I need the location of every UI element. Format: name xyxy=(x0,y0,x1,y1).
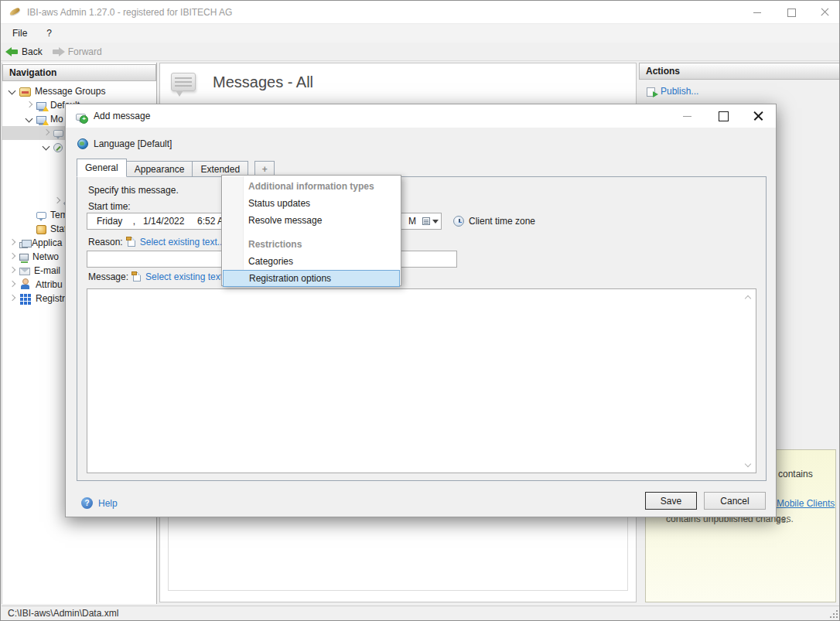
expander-expanded-icon[interactable] xyxy=(41,142,52,152)
window-controls xyxy=(751,1,831,24)
window-titlebar: IBI-aws Admin 1.27.0 - registered for IB… xyxy=(1,1,839,24)
general-tab-page: Specify this message. Start time: Friday… xyxy=(77,176,767,481)
add-message-icon xyxy=(76,114,86,121)
scroll-down-icon[interactable] xyxy=(744,462,752,468)
help-icon xyxy=(81,497,93,509)
static-message-icon xyxy=(36,225,46,234)
menu-file[interactable]: File xyxy=(5,25,35,42)
expander-collapsed-icon[interactable] xyxy=(41,128,52,138)
expander-placeholder xyxy=(24,223,35,234)
expander-placeholder xyxy=(24,210,35,220)
save-button[interactable]: Save xyxy=(645,492,697,510)
menu-header-additional-info: Additional information types xyxy=(222,179,401,195)
tab-add-popup-menu: Additional information types Status upda… xyxy=(221,175,401,286)
close-icon[interactable] xyxy=(819,6,831,19)
menu-item-resolve-message[interactable]: Resolve message xyxy=(222,212,401,229)
message-icon xyxy=(53,130,63,137)
publish-link[interactable]: Publish... xyxy=(661,86,698,97)
expander-collapsed-icon[interactable] xyxy=(24,100,35,111)
client-time-zone: Client time zone xyxy=(453,213,535,230)
actions-header: Actions xyxy=(639,63,840,80)
message-textarea[interactable] xyxy=(87,288,756,473)
dialog-close-icon[interactable] xyxy=(753,110,765,122)
help-action[interactable]: Help xyxy=(81,497,118,509)
time-zone-clock-icon xyxy=(453,216,464,227)
dialog-maximize-icon[interactable] xyxy=(717,110,729,122)
language-selector[interactable]: Language [Default] xyxy=(77,138,172,149)
window-title: IBI-aws Admin 1.27.0 - registered for IB… xyxy=(27,7,232,18)
tab-appearance[interactable]: Appearance xyxy=(127,161,193,177)
publish-icon xyxy=(647,87,655,97)
nav-toolbar: Back Forward xyxy=(1,43,839,61)
tab-general[interactable]: General xyxy=(77,159,127,177)
dialog-window-controls xyxy=(681,104,765,128)
mobile-clients-link[interactable]: Mobile Clients xyxy=(777,498,835,509)
expander-expanded-icon[interactable] xyxy=(24,114,35,125)
expander-collapsed-icon[interactable] xyxy=(7,251,18,262)
applications-icon xyxy=(19,242,28,248)
status-path: C:\IBI-aws\Admin\Data.xml xyxy=(8,608,118,619)
note-fragment: contains xyxy=(778,469,813,479)
computer-warning-icon xyxy=(36,116,46,124)
messages-big-icon xyxy=(171,73,196,91)
menu-help[interactable]: ? xyxy=(39,25,60,42)
menu-item-status-updates[interactable]: Status updates xyxy=(222,195,401,212)
cancel-button[interactable]: Cancel xyxy=(704,492,766,510)
back-arrow-icon xyxy=(5,47,19,56)
menu-item-registration-options[interactable]: Registration options xyxy=(223,270,400,287)
dialog-title: Add message xyxy=(94,111,150,121)
calendar-dropdown-button[interactable] xyxy=(420,214,440,228)
dialog-minimize-icon[interactable] xyxy=(681,110,694,122)
network-icon xyxy=(19,254,29,261)
add-message-dialog: Add message Language [Default] General A… xyxy=(65,104,777,517)
reason-row: Reason: Select existing text... xyxy=(88,236,225,248)
registration-grid-icon xyxy=(19,292,32,305)
publish-action[interactable]: Publish... xyxy=(647,86,698,97)
app-window: IBI-aws Admin 1.27.0 - registered for IB… xyxy=(0,0,840,621)
select-text-document-icon xyxy=(128,237,135,247)
message-row: Message: Select existing text... xyxy=(88,271,230,283)
scroll-up-icon[interactable] xyxy=(744,294,752,300)
globe-icon xyxy=(77,138,88,149)
expander-collapsed-icon[interactable] xyxy=(7,237,18,248)
app-logo-icon xyxy=(9,6,21,19)
expander-collapsed-icon[interactable] xyxy=(52,196,63,206)
forward-button[interactable]: Forward xyxy=(47,45,107,59)
client-time-zone-label: Client time zone xyxy=(469,216,535,227)
navigation-header: Navigation xyxy=(2,64,156,81)
message-groups-icon xyxy=(19,87,31,97)
email-icon xyxy=(19,268,30,275)
help-link[interactable]: Help xyxy=(98,498,118,509)
attributes-person-icon xyxy=(19,278,32,291)
dialog-titlebar: Add message xyxy=(66,104,776,128)
maximize-icon[interactable] xyxy=(785,6,797,19)
menu-bar: File ? xyxy=(1,24,839,43)
menu-separator xyxy=(222,229,401,237)
menu-item-categories[interactable]: Categories xyxy=(222,253,401,270)
expander-collapsed-icon[interactable] xyxy=(7,293,18,304)
forward-arrow-icon xyxy=(52,47,65,56)
specify-label: Specify this message. xyxy=(88,185,179,196)
select-text-document-icon xyxy=(133,272,141,281)
status-bar: C:\IBI-aws\Admin\Data.xml xyxy=(2,606,840,620)
message-label: Message: xyxy=(88,271,128,282)
reason-select-existing-link[interactable]: Select existing text... xyxy=(140,237,225,247)
tree-item-message-groups[interactable]: Message Groups xyxy=(2,84,156,98)
minimize-icon[interactable] xyxy=(751,6,763,19)
expander-expanded-icon[interactable] xyxy=(7,86,18,97)
template-icon xyxy=(36,212,46,219)
back-button[interactable]: Back xyxy=(1,45,47,59)
reason-label: Reason: xyxy=(88,237,123,247)
computer-warning-icon xyxy=(36,102,46,110)
language-label: Language [Default] xyxy=(94,138,172,149)
start-time-label: Start time: xyxy=(88,201,131,212)
message-select-existing-link[interactable]: Select existing text... xyxy=(145,271,230,282)
chevron-down-icon xyxy=(432,220,439,223)
expander-collapsed-icon[interactable] xyxy=(7,279,18,290)
messages-title: Messages - All xyxy=(213,73,313,91)
expander-collapsed-icon[interactable] xyxy=(7,265,18,276)
key-icon xyxy=(53,143,63,152)
messages-header: Messages - All xyxy=(171,73,313,91)
resize-grip[interactable] xyxy=(828,609,838,618)
expander-placeholder xyxy=(52,182,63,193)
